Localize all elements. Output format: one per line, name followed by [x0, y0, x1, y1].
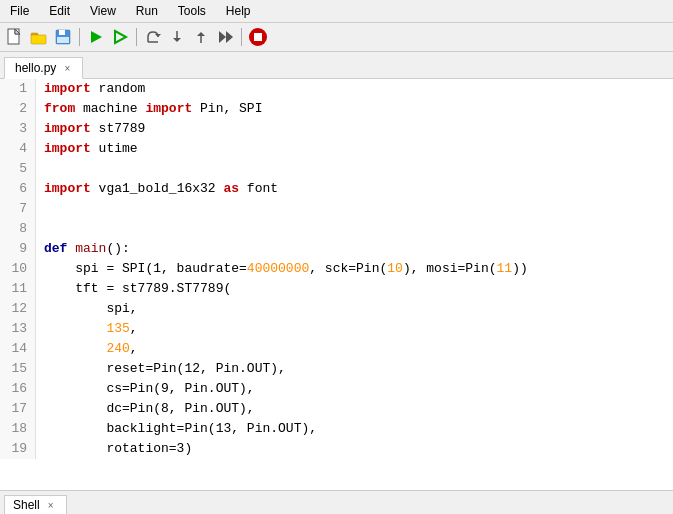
line-num-2: 2 — [0, 99, 36, 119]
svg-marker-8 — [115, 31, 126, 43]
line-num-17: 17 — [0, 399, 36, 419]
line-num-19: 19 — [0, 439, 36, 459]
line-num-13: 13 — [0, 319, 36, 339]
code-row-2: 2 from machine import Pin, SPI — [0, 99, 673, 119]
line-num-16: 16 — [0, 379, 36, 399]
new-file-icon — [6, 28, 24, 46]
line-code-1: import random — [36, 79, 673, 99]
line-code-3: import st7789 — [36, 119, 673, 139]
open-icon — [30, 28, 48, 46]
line-num-11: 11 — [0, 279, 36, 299]
line-code-7 — [36, 199, 673, 219]
line-code-18: backlight=Pin(13, Pin.OUT), — [36, 419, 673, 439]
menu-file[interactable]: File — [4, 2, 35, 20]
menu-tools[interactable]: Tools — [172, 2, 212, 20]
line-num-9: 9 — [0, 239, 36, 259]
line-code-10: spi = SPI(1, baudrate=40000000, sck=Pin(… — [36, 259, 673, 279]
toolbar-sep-1 — [79, 28, 80, 46]
line-code-12: spi, — [36, 299, 673, 319]
code-row-14: 14 240, — [0, 339, 673, 359]
code-row-15: 15 reset=Pin(12, Pin.OUT), — [0, 359, 673, 379]
step-over-icon — [144, 28, 162, 46]
menu-edit[interactable]: Edit — [43, 2, 76, 20]
line-code-19: rotation=3) — [36, 439, 673, 459]
line-code-5 — [36, 159, 673, 179]
menu-help[interactable]: Help — [220, 2, 257, 20]
svg-marker-15 — [219, 31, 226, 43]
debug-btn[interactable] — [109, 26, 131, 48]
svg-rect-5 — [59, 30, 65, 35]
svg-marker-12 — [173, 38, 181, 42]
code-row-7: 7 — [0, 199, 673, 219]
toolbar-sep-2 — [136, 28, 137, 46]
editor-tabbar: hello.py × — [0, 52, 673, 79]
line-code-16: cs=Pin(9, Pin.OUT), — [36, 379, 673, 399]
step-over-btn[interactable] — [142, 26, 164, 48]
line-code-4: import utime — [36, 139, 673, 159]
line-code-2: from machine import Pin, SPI — [36, 99, 673, 119]
line-num-12: 12 — [0, 299, 36, 319]
line-num-10: 10 — [0, 259, 36, 279]
line-num-8: 8 — [0, 219, 36, 239]
run-icon — [87, 28, 105, 46]
code-row-8: 8 — [0, 219, 673, 239]
code-row-10: 10 spi = SPI(1, baudrate=40000000, sck=P… — [0, 259, 673, 279]
toolbar-sep-3 — [241, 28, 242, 46]
line-num-14: 14 — [0, 339, 36, 359]
line-code-11: tft = st7789.ST7789( — [36, 279, 673, 299]
resume-btn[interactable] — [214, 26, 236, 48]
open-btn[interactable] — [28, 26, 50, 48]
save-icon — [54, 28, 72, 46]
shell-tab[interactable]: Shell × — [4, 495, 67, 514]
line-num-1: 1 — [0, 79, 36, 99]
tab-label: hello.py — [15, 61, 56, 75]
code-row-19: 19 rotation=3) — [0, 439, 673, 459]
line-code-8 — [36, 219, 673, 239]
code-row-16: 16 cs=Pin(9, Pin.OUT), — [0, 379, 673, 399]
step-into-btn[interactable] — [166, 26, 188, 48]
code-row-5: 5 — [0, 159, 673, 179]
svg-rect-6 — [57, 37, 69, 43]
step-out-icon — [192, 28, 210, 46]
tab-close-btn[interactable]: × — [62, 63, 72, 74]
line-code-15: reset=Pin(12, Pin.OUT), — [36, 359, 673, 379]
code-row-17: 17 dc=Pin(8, Pin.OUT), — [0, 399, 673, 419]
line-code-17: dc=Pin(8, Pin.OUT), — [36, 399, 673, 419]
code-row-18: 18 backlight=Pin(13, Pin.OUT), — [0, 419, 673, 439]
svg-marker-14 — [197, 32, 205, 36]
resume-icon — [216, 28, 234, 46]
shell-tab-label: Shell — [13, 498, 40, 512]
code-row-11: 11 tft = st7789.ST7789( — [0, 279, 673, 299]
svg-marker-9 — [155, 34, 161, 37]
menu-run[interactable]: Run — [130, 2, 164, 20]
code-row-1: 1 import random — [0, 79, 673, 99]
save-btn[interactable] — [52, 26, 74, 48]
line-num-18: 18 — [0, 419, 36, 439]
line-code-6: import vga1_bold_16x32 as font — [36, 179, 673, 199]
svg-marker-16 — [226, 31, 233, 43]
stop-icon — [247, 26, 269, 48]
code-row-13: 13 135, — [0, 319, 673, 339]
line-code-9: def main(): — [36, 239, 673, 259]
line-num-4: 4 — [0, 139, 36, 159]
line-num-15: 15 — [0, 359, 36, 379]
line-num-7: 7 — [0, 199, 36, 219]
shell-tab-close-btn[interactable]: × — [46, 500, 56, 511]
shell-tabbar: Shell × — [0, 490, 673, 514]
line-num-6: 6 — [0, 179, 36, 199]
step-into-icon — [168, 28, 186, 46]
line-num-3: 3 — [0, 119, 36, 139]
new-file-btn[interactable] — [4, 26, 26, 48]
stop-btn[interactable] — [247, 26, 269, 48]
debug-icon — [111, 28, 129, 46]
line-code-14: 240, — [36, 339, 673, 359]
line-code-13: 135, — [36, 319, 673, 339]
code-editor[interactable]: 1 import random 2 from machine import Pi… — [0, 79, 673, 490]
editor-tab-hello-py[interactable]: hello.py × — [4, 57, 83, 79]
menu-view[interactable]: View — [84, 2, 122, 20]
code-row-6: 6 import vga1_bold_16x32 as font — [0, 179, 673, 199]
step-out-btn[interactable] — [190, 26, 212, 48]
run-btn[interactable] — [85, 26, 107, 48]
svg-rect-18 — [254, 33, 262, 41]
toolbar — [0, 23, 673, 52]
